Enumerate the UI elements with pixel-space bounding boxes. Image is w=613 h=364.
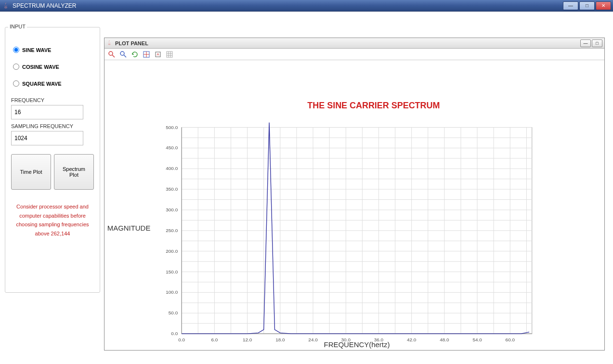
- svg-rect-8: [167, 52, 172, 57]
- svg-text:150.0: 150.0: [166, 269, 178, 274]
- sine-radio-input[interactable]: [13, 47, 19, 53]
- plot-minimize-button[interactable]: —: [580, 39, 591, 47]
- plot-maximize-button[interactable]: □: [592, 39, 602, 47]
- plot-panel: PLOT PANEL — □ THE SINE CARRIER SPECTRUM…: [104, 38, 605, 351]
- frequency-input[interactable]: [11, 105, 83, 119]
- square-radio-input[interactable]: [13, 80, 19, 87]
- plot-toolbar: [104, 49, 604, 60]
- svg-text:36.0: 36.0: [374, 337, 384, 342]
- java-icon: [2, 2, 10, 10]
- warning-text: Consider processor speed and computer ca…: [12, 202, 93, 238]
- window-title: SPECTRUM ANALYZER: [13, 2, 76, 9]
- crosshair-icon[interactable]: [141, 50, 152, 59]
- grid-icon[interactable]: [164, 50, 175, 59]
- chart-area: THE SINE CARRIER SPECTRUMMAGNITUDEFREQUE…: [104, 60, 604, 350]
- maximize-button[interactable]: □: [579, 1, 595, 10]
- svg-text:THE SINE CARRIER SPECTRUM: THE SINE CARRIER SPECTRUM: [307, 101, 440, 110]
- sampling-frequency-label: SAMPLING FREQUENCY: [11, 123, 94, 129]
- sine-radio-label: SINE WAVE: [22, 47, 51, 53]
- svg-text:0.0: 0.0: [171, 331, 178, 336]
- frequency-label: FREQUENCY: [11, 97, 94, 103]
- svg-text:0.0: 0.0: [178, 337, 185, 342]
- plot-panel-titlebar: PLOT PANEL — □: [104, 38, 604, 49]
- svg-text:50.0: 50.0: [169, 310, 178, 315]
- square-wave-radio[interactable]: SQUARE WAVE: [13, 80, 96, 87]
- minimize-button[interactable]: —: [563, 1, 578, 10]
- time-plot-button[interactable]: Time Plot: [11, 154, 51, 190]
- svg-text:6.0: 6.0: [211, 337, 218, 342]
- sampling-frequency-input[interactable]: [11, 131, 83, 145]
- outer-titlebar: SPECTRUM ANALYZER — □ ✕: [0, 0, 613, 12]
- svg-text:400.0: 400.0: [166, 166, 178, 171]
- svg-text:200.0: 200.0: [166, 248, 178, 254]
- java-icon: [106, 40, 113, 47]
- svg-text:450.0: 450.0: [166, 145, 178, 150]
- svg-point-2: [120, 52, 124, 55]
- svg-text:48.0: 48.0: [440, 337, 449, 342]
- svg-text:30.0: 30.0: [341, 337, 351, 342]
- svg-text:MAGNITUDE: MAGNITUDE: [107, 224, 151, 232]
- svg-text:12.0: 12.0: [243, 337, 252, 342]
- chart-svg: THE SINE CARRIER SPECTRUMMAGNITUDEFREQUE…: [104, 60, 604, 350]
- sine-wave-radio[interactable]: SINE WAVE: [13, 47, 96, 53]
- svg-text:300.0: 300.0: [166, 207, 178, 212]
- svg-rect-7: [156, 52, 160, 57]
- svg-text:100.0: 100.0: [166, 289, 178, 295]
- square-radio-label: SQUARE WAVE: [22, 81, 62, 87]
- cosine-radio-input[interactable]: [13, 64, 19, 70]
- svg-text:250.0: 250.0: [166, 228, 178, 233]
- cosine-radio-label: COSINE WAVE: [22, 64, 59, 70]
- input-panel: SINE WAVE COSINE WAVE SQUARE WAVE FREQUE…: [5, 27, 100, 293]
- zoom-icon[interactable]: [118, 50, 129, 59]
- close-button[interactable]: ✕: [596, 1, 611, 10]
- svg-text:18.0: 18.0: [275, 337, 285, 342]
- svg-text:350.0: 350.0: [166, 186, 178, 192]
- plot-panel-title: PLOT PANEL: [115, 40, 148, 46]
- svg-text:500.0: 500.0: [166, 125, 178, 130]
- cosine-wave-radio[interactable]: COSINE WAVE: [13, 64, 96, 70]
- reset-icon[interactable]: [130, 50, 140, 59]
- svg-text:42.0: 42.0: [407, 337, 417, 342]
- spectrum-plot-button[interactable]: Spectrum Plot: [54, 154, 94, 190]
- svg-line-1: [112, 55, 115, 57]
- svg-text:24.0: 24.0: [308, 337, 318, 342]
- svg-text:54.0: 54.0: [472, 337, 482, 342]
- export-icon[interactable]: [153, 50, 163, 59]
- svg-line-3: [124, 55, 126, 57]
- svg-text:60.0: 60.0: [506, 337, 515, 342]
- svg-point-0: [109, 52, 113, 55]
- zoom-reset-icon[interactable]: [106, 50, 117, 59]
